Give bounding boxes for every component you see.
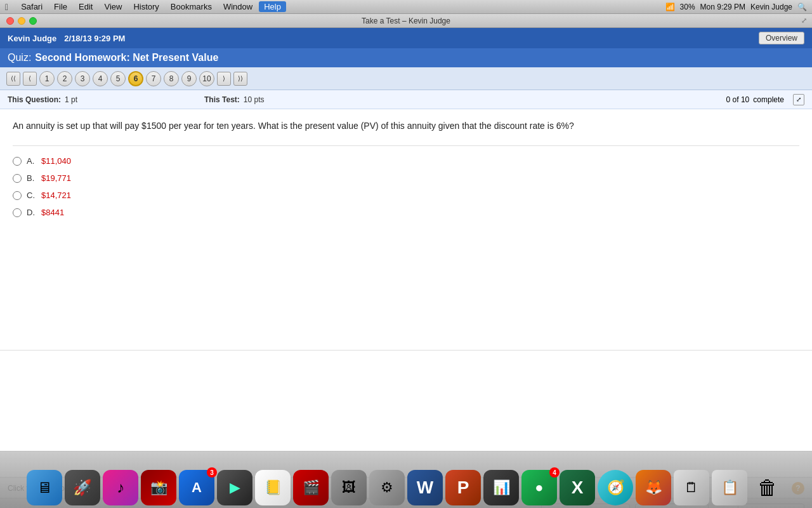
option-letter-d: D. <box>27 208 36 217</box>
menu-view[interactable]: View <box>99 1 127 12</box>
appstore-badge: 3 <box>207 467 217 478</box>
question-navigation: ⟨⟨ ⟨ 1 2 3 4 5 6 7 8 9 10 ⟩ ⟩⟩ <box>0 67 812 90</box>
dock-dvd[interactable]: 🎬 <box>293 470 329 505</box>
dock-iphoto[interactable]: 🖼 <box>331 470 367 505</box>
dock-preview[interactable]: 🗒 <box>674 470 709 505</box>
battery-percent: 30% <box>680 3 695 11</box>
nav-q5[interactable]: 5 <box>110 71 126 86</box>
question-info-bar: This Question: 1 pt This Test: 10 pts 0 … <box>0 90 812 109</box>
this-test-value: 10 pts <box>244 95 265 104</box>
nav-q1[interactable]: 1 <box>39 71 55 86</box>
nav-first-button[interactable]: ⟨⟨ <box>6 72 20 86</box>
close-button[interactable] <box>6 17 14 25</box>
dock-safari[interactable]: 🧭 <box>598 470 633 505</box>
nav-q7[interactable]: 7 <box>146 71 161 86</box>
quiz-header-bar: Kevin Judge 2/18/13 9:29 PM Overview <box>0 28 812 48</box>
menu-battery: 30% <box>680 3 695 11</box>
sysprefs-icon: ⚙ <box>381 479 393 496</box>
excel-icon: X <box>572 478 584 498</box>
dock-trash[interactable]: 🗑 <box>750 470 785 505</box>
option-letter-c: C. <box>27 190 36 200</box>
radio-d[interactable] <box>13 208 22 217</box>
dock-excel[interactable]: X <box>560 470 595 505</box>
menu-search-icon[interactable]: 🔍 <box>797 3 807 11</box>
nav-q2[interactable]: 2 <box>57 71 72 86</box>
dock-photobooth[interactable]: 📸 <box>141 470 176 505</box>
dock-list2[interactable]: 📋 <box>712 470 747 505</box>
menu-file[interactable]: File <box>49 1 72 12</box>
this-question-value: 1 pt <box>65 95 77 104</box>
nav-q8[interactable]: 8 <box>164 71 179 86</box>
addressbook-icon: 📒 <box>265 479 282 496</box>
menu-right-items: 📶 30% Mon 9:29 PM Kevin Judge 🔍 <box>665 3 807 11</box>
iphoto-icon: 🖼 <box>342 479 356 496</box>
window-title: Take a Test – Kevin Judge <box>362 17 450 25</box>
dock-sysprefs[interactable]: ⚙ <box>369 470 405 505</box>
dock-appstore[interactable]: A 3 <box>179 470 214 505</box>
spotify-icon: ● <box>535 479 543 496</box>
dock-itunes[interactable]: ♪ <box>103 470 138 505</box>
appstore-icon: A <box>192 479 202 496</box>
nav-next-button[interactable]: ⟩ <box>217 72 231 86</box>
nav-prev-button[interactable]: ⟨ <box>23 72 37 86</box>
question-text: An annuity is set up that will pay $1500… <box>13 119 799 133</box>
nav-q4[interactable]: 4 <box>93 71 108 86</box>
menu-edit[interactable]: Edit <box>74 1 98 12</box>
itunes-icon: ♪ <box>117 479 124 497</box>
dock-launchpad[interactable]: 🚀 <box>65 470 100 505</box>
menu-user: Kevin Judge <box>750 3 792 11</box>
dock-quicktime[interactable]: ▶ <box>217 470 252 505</box>
answer-option-d[interactable]: D. $8441 <box>13 208 799 217</box>
window-titlebar: Take a Test – Kevin Judge ⤢ <box>0 14 812 28</box>
quiz-title: Second Homework: Net Present Value <box>35 52 218 64</box>
dock-finder[interactable]: 🖥 <box>27 470 62 505</box>
option-value-c: $14,721 <box>41 190 71 200</box>
word-icon: W <box>417 478 433 498</box>
radio-c[interactable] <box>13 191 22 200</box>
menu-window[interactable]: Window <box>218 1 258 12</box>
menu-bookmarks[interactable]: Bookmarks <box>166 1 217 12</box>
option-letter-a: A. <box>27 156 36 166</box>
maximize-button[interactable] <box>29 17 37 25</box>
overview-button[interactable]: Overview <box>759 32 804 44</box>
menu-time: Mon 9:29 PM <box>700 3 745 11</box>
menu-history[interactable]: History <box>128 1 164 12</box>
dock-word[interactable]: W <box>407 470 443 505</box>
window-resize-icon[interactable]: ⤢ <box>801 17 807 25</box>
nav-q10[interactable]: 10 <box>199 71 214 86</box>
dock-firefox[interactable]: 🦊 <box>636 470 671 505</box>
answer-option-a[interactable]: A. $11,040 <box>13 156 799 166</box>
expand-icon[interactable]: ⤢ <box>793 94 804 105</box>
answer-option-b[interactable]: B. $19,771 <box>13 173 799 183</box>
finder-icon: 🖥 <box>37 479 52 497</box>
menu-items: Safari File Edit View History Bookmarks … <box>16 1 286 12</box>
trash-icon: 🗑 <box>757 476 778 500</box>
this-question-info: This Question: 1 pt <box>8 95 77 104</box>
nav-q3[interactable]: 3 <box>75 71 90 86</box>
radio-b[interactable] <box>13 174 22 183</box>
answer-option-c[interactable]: C. $14,721 <box>13 190 799 200</box>
nav-q9[interactable]: 9 <box>181 71 197 86</box>
user-info: Kevin Judge 2/18/13 9:29 PM <box>8 34 125 43</box>
menu-safari[interactable]: Safari <box>16 1 48 12</box>
dvd-icon: 🎬 <box>303 479 320 496</box>
dock-powerpoint[interactable]: P <box>445 470 481 505</box>
dock-addressbook[interactable]: 📒 <box>255 470 291 505</box>
powerpoint-icon: P <box>457 478 469 498</box>
dock-activitymonitor[interactable]: 📊 <box>483 470 519 505</box>
minimize-button[interactable] <box>18 17 25 25</box>
this-test-info: This Test: 10 pts <box>204 95 264 104</box>
preview-icon: 🗒 <box>684 479 698 496</box>
radio-a[interactable] <box>13 157 22 166</box>
nav-last-button[interactable]: ⟩⟩ <box>233 72 247 86</box>
apple-menu[interactable]:  <box>5 2 8 12</box>
this-question-label: This Question: <box>8 95 61 104</box>
spotify-badge: 4 <box>549 467 560 478</box>
dock-spotify[interactable]: ● 4 <box>521 470 557 505</box>
user-name: Kevin Judge <box>8 34 56 43</box>
photobooth-icon: 📸 <box>150 479 167 496</box>
nav-q6[interactable]: 6 <box>128 71 143 86</box>
menu-help[interactable]: Help <box>259 1 286 12</box>
option-letter-b: B. <box>27 173 36 183</box>
menu-wifi-icon: 📶 <box>665 3 675 11</box>
